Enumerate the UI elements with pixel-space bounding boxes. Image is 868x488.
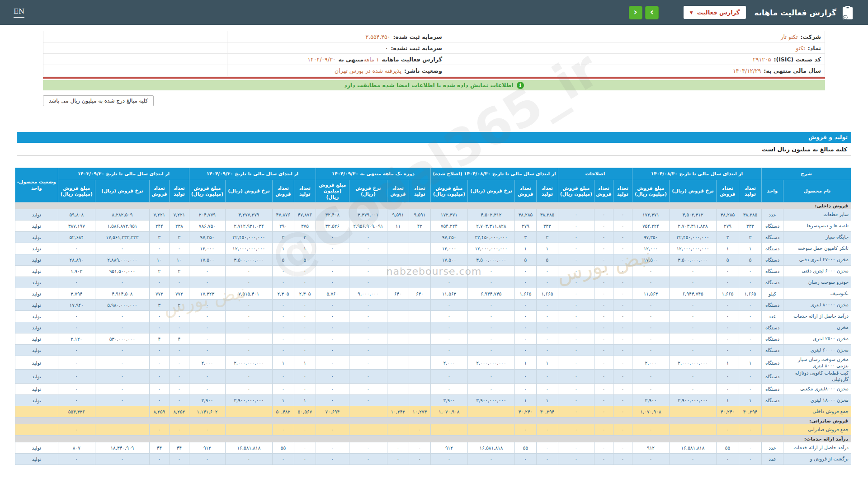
value-cell: ۱۸,۳۴۰,۹۰۹ [95, 442, 149, 453]
next-report-button[interactable]: › [645, 6, 659, 19]
value-cell: ۰ [272, 322, 294, 333]
value-cell: ۰ [670, 322, 717, 333]
value-cell: ۰ [225, 370, 272, 383]
value-cell: ۰ [594, 266, 613, 277]
value-cell: ۳۲,۴۵۰,۰۰۰,۰۰۰ [225, 232, 272, 243]
value-cell: ۰ [594, 300, 613, 311]
value-cell: ۰ [225, 311, 272, 322]
value-cell: ۰ [430, 345, 467, 356]
column-header: تعداد تولید [613, 180, 632, 202]
value-cell: ۰ [467, 277, 514, 288]
table-row: جایگاه سیاردستگاه۳۳۳۲,۴۵۰,۰۰۰,۰۰۰۹۷,۳۵۰۰… [15, 232, 851, 243]
value-cell: ۰ [95, 322, 149, 333]
value-cell: ۰ [717, 311, 739, 322]
value-cell: ۰ [717, 345, 739, 356]
value-cell: ۰ [632, 300, 669, 311]
table-row: تکنوسیفکیلو۱,۶۶۵۱,۶۶۵۶,۹۴۴,۷۴۵۱۱,۵۶۳۰۰۰۱… [15, 288, 851, 300]
value-cell: ۰ [189, 311, 225, 322]
value-cell: ۰ [514, 266, 536, 277]
value-cell: ۰ [409, 424, 430, 435]
report-period-label: گزارش فعالیت ماهانه [382, 56, 442, 63]
product-name-cell: خودرو سوخت رسان [783, 277, 851, 288]
value-cell: ۲ [149, 266, 169, 277]
value-cell: ۰ [536, 383, 558, 394]
value-cell: ۱ [739, 356, 762, 370]
value-cell: ۰ [349, 277, 387, 288]
value-cell: ۷۷۲ [149, 288, 169, 300]
value-cell: ۰ [58, 370, 95, 383]
value-cell: ۰ [58, 394, 95, 406]
value-cell: ۰ [349, 394, 387, 406]
value-cell: ۰ [739, 370, 762, 383]
value-cell: ۰ [594, 254, 613, 266]
value-cell [387, 300, 409, 311]
value-cell: ۷,۲۲۱ [169, 209, 189, 221]
value-cell: ۵ [536, 254, 558, 266]
value-cell: ۱,۶۶۵ [536, 288, 558, 300]
value-cell: ۰ [430, 333, 467, 345]
value-cell: ۱۷,۵۰۰ [430, 254, 467, 266]
previous-report-button[interactable]: ‹ [629, 6, 642, 19]
value-cell: ۱ [717, 243, 739, 254]
value-cell: ۲,۰۰۰,۰۰۰,۰۰۰ [467, 356, 514, 370]
value-cell: تولید [15, 209, 58, 221]
product-name-cell: درآمد حاصل از ارائه خدمات [783, 311, 851, 322]
value-cell: ۱ [717, 394, 739, 406]
value-cell: ۰ [189, 266, 225, 277]
value-cell: ۱ [514, 394, 536, 406]
value-cell [409, 300, 430, 311]
amounts-note-button[interactable]: کلیه مبالغ درج شده به میلیون ریال می باش… [43, 95, 154, 106]
value-cell: ۰ [670, 300, 717, 311]
value-cell: ۰ [594, 424, 613, 435]
value-cell: ۰ [514, 333, 536, 345]
value-cell [762, 424, 783, 435]
value-cell: ۷۸۶,۷۵۰ [189, 221, 225, 232]
value-cell: ۹۷,۳۵۰ [632, 232, 669, 243]
value-cell: ۰ [189, 370, 225, 383]
value-cell: ۰ [594, 243, 613, 254]
value-cell: ۳۸,۲۸۵ [536, 209, 558, 221]
value-cell: ۳,۵۰۰,۰۰۰,۰۰۰ [467, 254, 514, 266]
value-cell [349, 424, 387, 435]
value-cell: تولید [15, 311, 58, 322]
value-cell: ۰ [316, 266, 349, 277]
column-header: نرخ فروش (ریال) [349, 180, 387, 202]
value-cell: ۲,۷۱۲,۹۳۱,۰۳۴ [225, 221, 272, 232]
value-cell: ۴۰,۲۹۴ [536, 406, 558, 417]
value-cell: ۰ [409, 453, 430, 465]
table-row: سایر قطعاتعدد۳۸,۲۸۵۳۸,۲۸۵۴,۵۰۲,۳۱۲۱۷۲,۳۷… [15, 209, 851, 221]
value-cell [387, 394, 409, 406]
value-cell: ۰ [149, 370, 169, 383]
value-cell: ۰ [536, 345, 558, 356]
value-cell: ۳۳۳ [739, 221, 762, 232]
registered-capital-value: ۲,۵۵۴,۴۵۰ [366, 33, 391, 40]
value-cell: ۰ [514, 370, 536, 383]
column-header: نام محصول [783, 180, 851, 202]
value-cell: ۰ [58, 345, 95, 356]
value-cell: ۰ [670, 277, 717, 288]
value-cell: ۷۵۴,۲۲۴ [430, 221, 467, 232]
value-cell: ۱۷,۳۲۳ [189, 288, 225, 300]
value-cell: ۱۰ [149, 254, 169, 266]
language-toggle-en[interactable]: EN [14, 7, 24, 18]
value-cell: ۵۵ [514, 442, 536, 453]
column-header: تعداد تولید [409, 180, 430, 202]
table-row: خودرو سوخت رساندستگاه۰۰۰۰۰۰۰۰۰۰۰۰۰۰۰۰۰۰۰… [15, 277, 851, 288]
value-cell: ۳,۹۰۰,۰۰۰,۰۰۰ [225, 394, 272, 406]
value-cell: ۰ [632, 277, 669, 288]
report-type-dropdown[interactable]: گزارش فعالیت ▼ [684, 6, 746, 19]
value-cell: ۰ [430, 453, 467, 465]
report-clipboard-icon [841, 5, 854, 20]
value-cell: ۰ [739, 383, 762, 394]
value-cell [467, 424, 514, 435]
value-cell: ۳۸,۲۸۵ [739, 209, 762, 221]
value-cell: ۰ [58, 322, 95, 333]
value-cell: ۱۰ [169, 254, 189, 266]
value-cell: ۲,۳۰۵ [294, 288, 316, 300]
value-cell: ۰ [430, 300, 467, 311]
value-cell [95, 406, 149, 417]
value-cell: ۹۷,۳۵۰ [189, 232, 225, 243]
value-cell: ۰ [594, 356, 613, 370]
product-name-cell: مخزن ۴۷۰۰۰ لیتری دفنی [783, 254, 851, 266]
value-cell: ۰ [594, 322, 613, 333]
